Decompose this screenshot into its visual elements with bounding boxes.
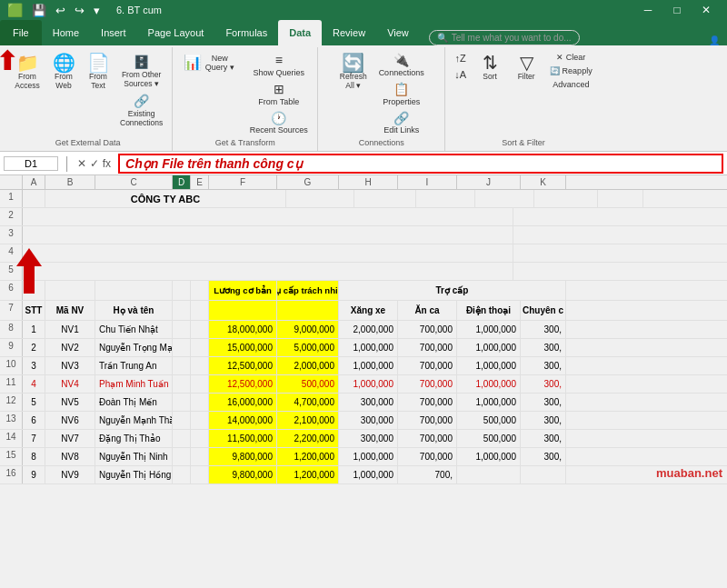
customize-button[interactable]: ▾ bbox=[90, 2, 104, 19]
subheader-stt[interactable]: STT bbox=[23, 301, 45, 320]
tab-file[interactable]: File bbox=[0, 20, 42, 45]
col-header-d[interactable]: D bbox=[173, 175, 191, 189]
from-text-icon: 📄 bbox=[87, 54, 110, 72]
subheader-xang-xe[interactable]: Xăng xe bbox=[339, 301, 398, 320]
properties-button[interactable]: 📋 Properties bbox=[375, 80, 428, 108]
clear-button[interactable]: ✕ Clear bbox=[546, 51, 596, 64]
undo-button[interactable]: ↩ bbox=[52, 2, 69, 19]
cell-chuyen-c[interactable]: 300, bbox=[521, 321, 566, 338]
subheader-phu-cap[interactable] bbox=[277, 301, 339, 320]
redo-button[interactable]: ↪ bbox=[71, 2, 88, 19]
sort-button[interactable]: ⇅ Sort bbox=[473, 51, 506, 91]
col-header-i[interactable]: I bbox=[398, 175, 457, 189]
subheader-ma-nv[interactable]: Mã NV bbox=[45, 301, 95, 320]
header-ma-nv[interactable] bbox=[45, 281, 95, 300]
tab-data[interactable]: Data bbox=[278, 20, 322, 45]
connections-label: Connections bbox=[359, 138, 404, 149]
cell-a3[interactable] bbox=[23, 226, 513, 244]
col-header-b[interactable]: B bbox=[45, 175, 95, 189]
header-ho-ten[interactable] bbox=[95, 281, 173, 300]
from-other-sources-button[interactable]: 🗄️ From OtherSources ▾ bbox=[116, 53, 166, 90]
from-web-button[interactable]: 🌐 FromWeb bbox=[47, 51, 80, 93]
existing-connections-button[interactable]: 🔗 ExistingConnections bbox=[116, 92, 166, 129]
col-header-c[interactable]: C bbox=[95, 175, 173, 189]
new-query-icon: 📊 bbox=[184, 55, 202, 70]
col-header-f[interactable]: F bbox=[209, 175, 277, 189]
col-header-g[interactable]: G bbox=[277, 175, 339, 189]
main-content: A B C D E F G H I J K 1 CÔNG TY ABC 2 bbox=[0, 175, 727, 484]
header-luong-co-ban[interactable]: Lương cơ bản bbox=[209, 281, 277, 300]
header-stt[interactable] bbox=[23, 281, 45, 300]
from-access-icon: 📁 bbox=[16, 54, 39, 72]
cell-luong[interactable]: 18,000,000 bbox=[209, 321, 277, 338]
cancel-formula-icon[interactable]: ✕ bbox=[77, 157, 86, 170]
sort-za-button[interactable]: ↓A bbox=[451, 67, 470, 82]
cell-k1[interactable] bbox=[598, 190, 643, 207]
tab-review[interactable]: Review bbox=[322, 20, 376, 45]
new-query-button[interactable]: 📊 NewQuery ▾ bbox=[179, 51, 243, 75]
sort-az-button[interactable]: ↑Z bbox=[452, 51, 470, 65]
minimize-button[interactable]: ─ bbox=[634, 0, 662, 20]
advanced-button[interactable]: Advanced bbox=[546, 78, 596, 91]
cell-stt[interactable]: 1 bbox=[23, 321, 45, 338]
close-button[interactable]: ✕ bbox=[692, 0, 720, 20]
tell-me-input[interactable]: 🔍 Tell me what you want to do... bbox=[429, 30, 580, 45]
col-header-h[interactable]: H bbox=[339, 175, 398, 189]
from-table-button[interactable]: ⊞ From Table bbox=[246, 80, 312, 108]
edit-links-button[interactable]: 🔗 Edit Links bbox=[375, 109, 428, 137]
table-row: 15 8 NV8 Nguyễn Thị Ninh 9,800,000 1,200… bbox=[0, 448, 727, 466]
sort-filter-label: Sort & Filter bbox=[502, 138, 545, 149]
col-header-a[interactable]: A bbox=[23, 175, 45, 189]
table-row: 11 4 NV4 Phạm Minh Tuấn 12,500,000 500,0… bbox=[0, 375, 727, 394]
maximize-button[interactable]: □ bbox=[663, 0, 691, 20]
save-button[interactable]: 💾 bbox=[28, 2, 50, 19]
cell-reference-input[interactable] bbox=[4, 156, 58, 171]
subheader-an-ca[interactable]: Ăn ca bbox=[398, 301, 457, 320]
tab-home[interactable]: Home bbox=[42, 20, 90, 45]
tab-formulas[interactable]: Formulas bbox=[214, 20, 278, 45]
recent-sources-button[interactable]: 🕐 Recent Sources bbox=[246, 109, 312, 137]
cell-ma-nv[interactable]: NV1 bbox=[45, 321, 95, 338]
reapply-button[interactable]: 🔄 Reapply bbox=[546, 65, 596, 77]
cell-a1[interactable] bbox=[23, 190, 45, 207]
cell-ho-ten[interactable]: Chu Tiến Nhật bbox=[95, 321, 173, 338]
cell-xang-xe[interactable]: 2,000,000 bbox=[339, 321, 398, 338]
cell-g1[interactable] bbox=[354, 190, 416, 207]
cell-b1[interactable]: CÔNG TY ABC bbox=[45, 190, 286, 207]
cell-a2[interactable] bbox=[23, 208, 513, 225]
cell-i1[interactable] bbox=[475, 190, 534, 207]
col-header-e[interactable]: E bbox=[191, 175, 209, 189]
tab-insert[interactable]: Insert bbox=[90, 20, 137, 45]
refresh-all-button[interactable]: 🔄 RefreshAll ▾ bbox=[335, 51, 372, 93]
filter-button[interactable]: ▽ Filter bbox=[510, 51, 543, 91]
col-header-j[interactable]: J bbox=[457, 175, 521, 189]
subheader-dien-thoai[interactable]: Điện thoại bbox=[457, 301, 521, 320]
subheader-luong[interactable] bbox=[209, 301, 277, 320]
table-row: 3 bbox=[0, 226, 727, 244]
cell-an-ca[interactable]: 700,000 bbox=[398, 321, 457, 338]
from-text-button[interactable]: 📄 FromText bbox=[82, 51, 115, 93]
confirm-formula-icon[interactable]: ✓ bbox=[90, 157, 99, 170]
subheader-chuyen-c[interactable]: Chuyên c bbox=[521, 301, 566, 320]
cell-phu-cap[interactable]: 9,000,000 bbox=[277, 321, 339, 338]
cell-a5[interactable] bbox=[23, 263, 513, 280]
connections-button[interactable]: 🔌 Connections bbox=[375, 51, 428, 79]
cell-a4[interactable] bbox=[23, 244, 513, 262]
tab-page-layout[interactable]: Page Layout bbox=[137, 20, 215, 45]
cell-h1[interactable] bbox=[416, 190, 475, 207]
header-phu-cap[interactable]: Phụ cấp trách nhiệm bbox=[277, 281, 339, 300]
table-row: 4 bbox=[0, 244, 727, 263]
user-account[interactable]: 👤 bbox=[702, 35, 727, 45]
subheader-ho-ten[interactable]: Họ và tên bbox=[95, 301, 173, 320]
cell-f1[interactable] bbox=[286, 190, 354, 207]
cell-dien-thoai[interactable]: 1,000,000 bbox=[457, 321, 521, 338]
header-tro-cap-merged[interactable]: Trợ cấp bbox=[339, 281, 566, 300]
edit-links-icon: 🔗 bbox=[393, 111, 409, 126]
table-row: 6 Lương cơ bản Phụ cấp trách nhiệm Trợ c… bbox=[0, 281, 727, 301]
from-access-button[interactable]: 📁 FromAccess bbox=[9, 51, 45, 93]
cell-j1[interactable] bbox=[534, 190, 598, 207]
tab-view[interactable]: View bbox=[376, 20, 420, 45]
insert-function-icon[interactable]: fx bbox=[103, 157, 111, 170]
show-queries-button[interactable]: ≡ Show Queries bbox=[246, 51, 312, 79]
col-header-k[interactable]: K bbox=[521, 175, 566, 189]
